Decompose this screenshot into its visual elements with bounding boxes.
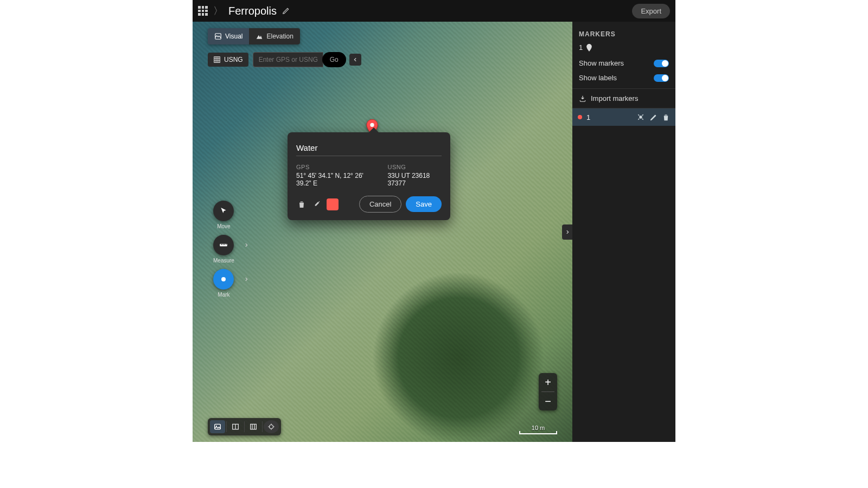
collapse-sidebar-button[interactable] bbox=[562, 224, 572, 240]
trash-icon bbox=[297, 200, 306, 209]
toggle-show-labels-row: Show labels bbox=[572, 70, 675, 85]
scale-bar-line bbox=[519, 431, 557, 434]
view-split-button[interactable] bbox=[228, 420, 243, 433]
visual-icon bbox=[214, 33, 222, 40]
zoom-control: + − bbox=[539, 373, 557, 410]
show-markers-label: Show markers bbox=[579, 59, 624, 67]
tool-measure-label: Measure bbox=[213, 258, 234, 264]
tool-move: Move bbox=[213, 201, 234, 229]
coordinate-bar: USNG Go bbox=[208, 52, 361, 67]
svg-rect-2 bbox=[214, 57, 220, 63]
app-window: 〉 Ferropolis Export Visual Elevation bbox=[193, 0, 675, 442]
main: Visual Elevation USNG Go bbox=[193, 22, 675, 442]
marker-count-value: 1 bbox=[579, 43, 583, 52]
locate-icon bbox=[636, 113, 645, 121]
show-labels-toggle[interactable] bbox=[654, 74, 669, 82]
tab-visual[interactable]: Visual bbox=[208, 28, 249, 44]
import-markers-label: Import markers bbox=[591, 94, 638, 102]
tab-visual-label: Visual bbox=[225, 33, 242, 40]
delete-marker-button[interactable] bbox=[296, 199, 307, 210]
scale-bar: 10 m bbox=[519, 425, 557, 434]
view-2d-button[interactable] bbox=[210, 420, 225, 433]
tool-measure: Measure bbox=[213, 235, 234, 264]
tool-mark-label: Mark bbox=[218, 292, 229, 298]
tool-stack: Move Measure bbox=[213, 201, 234, 303]
eyedropper-button[interactable] bbox=[311, 199, 322, 210]
tab-elevation[interactable]: Elevation bbox=[249, 28, 299, 44]
scale-label: 10 m bbox=[532, 425, 545, 431]
target-icon bbox=[267, 423, 275, 431]
marker-id-label: 1 bbox=[586, 113, 590, 121]
view-column-button[interactable] bbox=[246, 420, 261, 433]
zoom-out-button[interactable]: − bbox=[539, 392, 557, 410]
chevron-right-icon bbox=[244, 277, 249, 282]
tool-measure-expand[interactable] bbox=[244, 242, 249, 248]
cursor-icon bbox=[219, 207, 228, 215]
tool-mark: Mark bbox=[213, 269, 234, 298]
view-minimap-button[interactable] bbox=[264, 420, 279, 433]
sidebar-title: MARKERS bbox=[579, 30, 669, 38]
elevation-icon bbox=[256, 33, 263, 40]
columns-icon bbox=[249, 422, 258, 431]
pin-small-icon bbox=[586, 44, 592, 52]
collapse-coord-button[interactable] bbox=[349, 54, 361, 66]
svg-point-10 bbox=[370, 123, 374, 127]
marker-list-item[interactable]: 1 bbox=[572, 108, 675, 126]
gps-label: GPS bbox=[296, 164, 374, 170]
svg-point-9 bbox=[270, 425, 273, 429]
marker-count: 1 bbox=[572, 43, 675, 56]
export-button[interactable]: Export bbox=[632, 4, 670, 18]
markers-sidebar: MARKERS 1 Show markers Show labels Impor… bbox=[572, 22, 675, 442]
marker-coords: GPS 51° 45' 34.1" N, 12° 26' 39.2" E USN… bbox=[296, 164, 442, 187]
grid-icon bbox=[213, 56, 221, 63]
svg-point-4 bbox=[221, 277, 226, 281]
svg-rect-8 bbox=[251, 424, 257, 429]
toggle-show-markers-row: Show markers bbox=[572, 56, 675, 70]
trash-icon bbox=[662, 113, 670, 121]
eyedropper-icon bbox=[312, 200, 321, 209]
chevron-right-icon bbox=[565, 229, 570, 235]
svg-point-11 bbox=[640, 116, 642, 118]
layer-mode-tabs: Visual Elevation bbox=[208, 28, 300, 44]
tab-elevation-label: Elevation bbox=[266, 33, 293, 40]
apps-menu-icon[interactable] bbox=[198, 6, 208, 16]
show-labels-label: Show labels bbox=[579, 74, 617, 82]
import-markers-button[interactable]: Import markers bbox=[572, 88, 675, 108]
tool-measure-button[interactable] bbox=[213, 235, 234, 255]
pencil-icon bbox=[649, 113, 658, 121]
usng-label: USNG bbox=[387, 164, 442, 170]
marker-name-input[interactable] bbox=[296, 141, 442, 156]
cancel-button[interactable]: Cancel bbox=[359, 196, 401, 213]
coord-system-label: USNG bbox=[224, 56, 243, 63]
split-icon bbox=[231, 422, 240, 431]
import-icon bbox=[579, 95, 586, 102]
save-button[interactable]: Save bbox=[406, 196, 442, 212]
edit-title-button[interactable] bbox=[282, 7, 290, 15]
svg-rect-5 bbox=[215, 424, 221, 429]
tool-move-button[interactable] bbox=[213, 201, 234, 221]
view-mode-strip bbox=[208, 418, 281, 435]
zoom-in-button[interactable]: + bbox=[539, 373, 557, 391]
marker-color-dot bbox=[578, 115, 582, 119]
marker-edit-popup: GPS 51° 45' 34.1" N, 12° 26' 39.2" E USN… bbox=[288, 132, 450, 220]
locate-marker-button[interactable] bbox=[636, 113, 645, 121]
coord-go-button[interactable]: Go bbox=[322, 52, 346, 67]
edit-marker-button[interactable] bbox=[649, 113, 658, 121]
tool-move-label: Move bbox=[217, 223, 230, 229]
chevron-right-icon bbox=[244, 242, 249, 248]
coord-system-button[interactable]: USNG bbox=[208, 53, 248, 67]
map-viewport[interactable]: Visual Elevation USNG Go bbox=[193, 22, 572, 442]
ruler-icon bbox=[219, 240, 228, 250]
delete-marker-list-button[interactable] bbox=[662, 113, 670, 121]
image-icon bbox=[213, 422, 222, 431]
coord-input[interactable] bbox=[253, 52, 323, 67]
tool-mark-expand[interactable] bbox=[244, 277, 249, 282]
show-markers-toggle[interactable] bbox=[654, 60, 669, 67]
tool-mark-button[interactable] bbox=[213, 269, 234, 290]
chevron-left-icon bbox=[353, 57, 358, 62]
page-title: Ferropolis bbox=[228, 5, 277, 17]
breadcrumb-separator: 〉 bbox=[213, 4, 223, 17]
usng-value: 33U UT 23618 37377 bbox=[387, 172, 442, 187]
color-swatch[interactable] bbox=[327, 198, 339, 210]
gps-value: 51° 45' 34.1" N, 12° 26' 39.2" E bbox=[296, 172, 374, 187]
